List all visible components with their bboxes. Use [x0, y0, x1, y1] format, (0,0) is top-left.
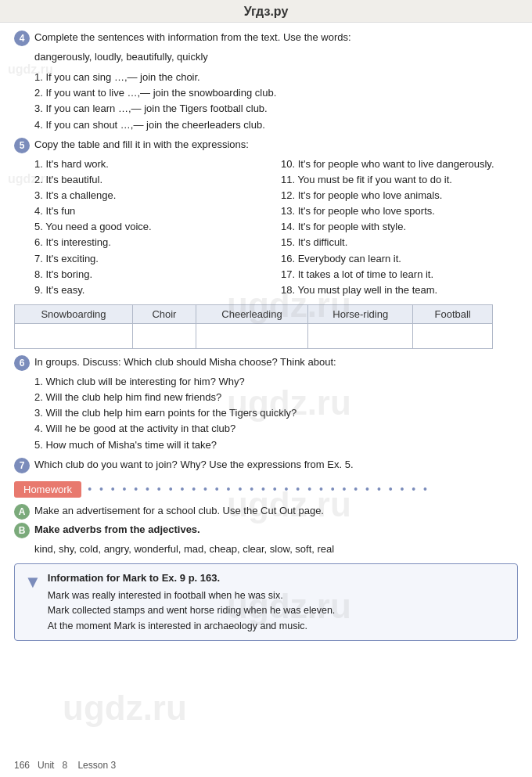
- task-a-badge: A: [14, 504, 30, 520]
- page: Угдз.ру ugdz.ru ugdz.ru ugdz.ru ugdz.ru …: [0, 0, 532, 777]
- info-title: Information for Mark to Ex. 9 p. 163.: [48, 570, 336, 586]
- clubs-table-container: Snowboarding Choir Cheerleading Horse-ri…: [14, 304, 518, 349]
- homework-label: Homework: [14, 481, 81, 498]
- ex4-item-1: 1. If you can sing …,— join the choir.: [34, 70, 518, 85]
- ex7-badge: 7: [14, 458, 30, 473]
- footer-lesson: Lesson 3: [77, 760, 116, 771]
- ex6-item-4: 4. Will he be good at the activity in th…: [34, 421, 518, 437]
- ex4-item-2: 2. If you want to live …,— join the snow…: [34, 85, 518, 101]
- table-row-empty: [15, 323, 493, 348]
- info-content: Information for Mark to Ex. 9 p. 163. Ma…: [48, 570, 336, 634]
- info-box: ▼ Information for Mark to Ex. 9 p. 163. …: [14, 563, 518, 641]
- task-b-title: Make adverbs from the adjectives.: [34, 523, 200, 537]
- ex4-title: Complete the sentences with information …: [34, 31, 351, 45]
- ex5-col2: 10. It's for people who want to live dan…: [281, 156, 518, 298]
- footer-unit-label: Unit: [38, 760, 54, 771]
- ex4-item-3: 3. If you can learn …,— join the Tigers …: [34, 101, 518, 117]
- exercise-7-header: 7 Which club do you want to join? Why? U…: [14, 458, 518, 473]
- info-line-3: At the moment Mark is interested in arch…: [48, 619, 336, 634]
- exercise-4-header: 4 Complete the sentences with informatio…: [14, 31, 518, 46]
- task-b-row: B Make adverbs from the adjectives.: [14, 523, 518, 538]
- site-header: Угдз.ру: [0, 0, 532, 23]
- info-arrow-icon: ▼: [24, 572, 41, 592]
- ex7-title: Which club do you want to join? Why? Use…: [34, 458, 354, 472]
- col-football: Football: [413, 304, 492, 323]
- ex6-title: In groups. Discuss: Which club should Mi…: [34, 355, 336, 369]
- ex5-col1: 1. It's hard work. 2. It's beautiful. 3.…: [34, 156, 271, 298]
- col-choir: Choir: [132, 304, 196, 323]
- task-a-text: Make an advertisement for a school club.…: [34, 504, 324, 518]
- ex4-badge: 4: [14, 31, 30, 46]
- task-b-body: kind, shy, cold, angry, wonderful, mad, …: [34, 541, 518, 557]
- ex6-item-5: 5. How much of Misha's time will it take…: [34, 437, 518, 453]
- info-line-1: Mark was really interested in football w…: [48, 588, 336, 603]
- col-cheerleading: Cheerleading: [196, 304, 307, 323]
- ex5-badge: 5: [14, 138, 30, 153]
- ex4-items: 1. If you can sing …,— join the choir. 2…: [34, 70, 518, 133]
- ex6-item-3: 3. Will the club help him earn points fo…: [34, 405, 518, 421]
- col-horse-riding: Horse-riding: [308, 304, 413, 323]
- ex4-item-4: 4. If you can shout …,— join the cheerle…: [34, 117, 518, 133]
- footer-unit-num: 8: [62, 760, 67, 771]
- ex6-item-2: 2. Will the club help him find new frien…: [34, 390, 518, 405]
- task-a-row: A Make an advertisement for a school clu…: [14, 504, 518, 520]
- exercise-5-header: 5 Copy the table and fill it in with the…: [14, 138, 518, 153]
- page-footer: 166 Unit 8 Lesson 3: [14, 760, 116, 771]
- ex6-item-1: 1. Which club will be interesting for hi…: [34, 374, 518, 390]
- homework-bar: Homework • • • • • • • • • • • • • • • •…: [14, 481, 518, 498]
- ex5-list: 1. It's hard work. 2. It's beautiful. 3.…: [34, 156, 518, 298]
- clubs-table: Snowboarding Choir Cheerleading Horse-ri…: [14, 304, 493, 349]
- task-b-badge: B: [14, 523, 30, 538]
- page-number: 166: [14, 760, 30, 771]
- ex5-title: Copy the table and fill it in with the e…: [34, 138, 249, 152]
- homework-dots: • • • • • • • • • • • • • • • • • • • • …: [88, 483, 518, 495]
- main-content: 4 Complete the sentences with informatio…: [0, 23, 532, 655]
- exercise-6-header: 6 In groups. Discuss: Which club should …: [14, 355, 518, 371]
- info-line-2: Mark collected stamps and went horse rid…: [48, 603, 336, 618]
- watermark-7: ugdz.ru: [63, 689, 187, 728]
- ex6-items: 1. Which club will be interesting for hi…: [34, 374, 518, 453]
- ex4-subtitle: dangerously, loudly, beautifully, quickl…: [34, 49, 518, 65]
- site-title: Угдз.ру: [244, 5, 289, 18]
- ex6-badge: 6: [14, 355, 30, 371]
- col-snowboarding: Snowboarding: [15, 304, 133, 323]
